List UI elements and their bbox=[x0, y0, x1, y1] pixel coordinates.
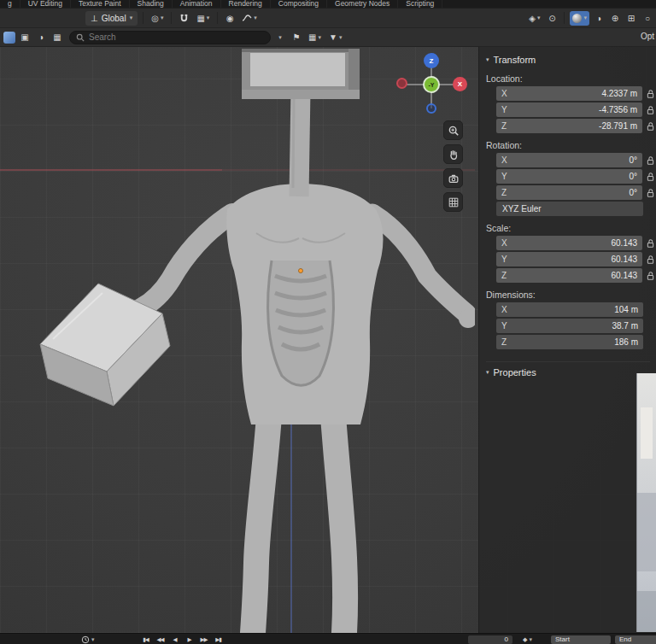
next-keyframe-button[interactable]: ▶▶ bbox=[197, 635, 210, 644]
sirenhead-model[interactable] bbox=[0, 47, 475, 633]
workspace-tab-shading[interactable]: Shading bbox=[130, 0, 173, 8]
proportional-falloff-dropdown[interactable]: ▾ bbox=[239, 11, 260, 26]
overlays-icon: ⊙ bbox=[548, 14, 555, 23]
reference-image-shadow bbox=[637, 493, 656, 571]
rotation-y-lock-button[interactable] bbox=[645, 171, 656, 182]
previous-keyframe-button[interactable]: ◀◀ bbox=[154, 635, 167, 644]
location-x-field[interactable]: X 4.2337 m bbox=[496, 86, 642, 101]
header-collapse-chevron[interactable]: ▾ bbox=[273, 30, 287, 44]
play-button[interactable]: ▶ bbox=[183, 635, 196, 644]
chevron-down-icon: ▾ bbox=[91, 636, 95, 643]
dimensions-z-field[interactable]: Z 186 m bbox=[496, 335, 643, 349]
gizmo-z-axis[interactable]: Z bbox=[424, 53, 439, 68]
mode-icon-b[interactable]: ◑ bbox=[34, 30, 48, 44]
gizmo-neg-x-axis[interactable] bbox=[396, 78, 407, 89]
workspace-tab-scripting[interactable]: Scripting bbox=[398, 0, 442, 8]
frame-start-field[interactable]: Start bbox=[551, 635, 611, 644]
show-gizmos-dropdown[interactable]: ◈ ▾ bbox=[526, 11, 542, 26]
scale-x-lock-button[interactable] bbox=[645, 237, 656, 249]
workspace-tab-animation[interactable]: Animation bbox=[173, 0, 221, 8]
scale-z-field[interactable]: Z 60.143 bbox=[496, 268, 642, 283]
pan-tool-button[interactable] bbox=[443, 144, 463, 164]
field-value: -4.7356 m bbox=[599, 105, 637, 114]
keying-set-button[interactable]: ◆ ▾ bbox=[523, 634, 532, 644]
unlock-icon bbox=[646, 89, 655, 98]
workspace-tab-compositing[interactable]: Compositing bbox=[271, 0, 327, 8]
current-frame-field[interactable]: 0 bbox=[468, 635, 512, 644]
rotation-mode-dropdown[interactable]: XYZ Euler bbox=[496, 202, 643, 216]
field-value: -28.791 m bbox=[599, 121, 637, 131]
scale-y-row: Y 60.143 bbox=[496, 252, 656, 266]
workspace-tab-sculpting-fragment[interactable]: g bbox=[0, 0, 20, 8]
search-input[interactable] bbox=[89, 32, 264, 42]
clock-icon bbox=[81, 635, 90, 644]
rotation-x-field[interactable]: X 0° bbox=[496, 153, 642, 167]
pivot-point-dropdown[interactable]: ◎ ▾ bbox=[149, 11, 166, 26]
dimensions-x-field[interactable]: X 104 m bbox=[496, 302, 643, 317]
rotation-y-field[interactable]: Y 0° bbox=[496, 169, 642, 184]
shading-solid-button[interactable]: ▾ bbox=[570, 11, 589, 26]
workspace-tab-texture-paint[interactable]: Texture Paint bbox=[71, 0, 130, 8]
camera-icon bbox=[448, 173, 460, 184]
jump-to-start-button[interactable]: ▮◀ bbox=[139, 635, 152, 644]
zoom-tool-button[interactable] bbox=[443, 120, 463, 140]
scale-y-lock-button[interactable] bbox=[645, 254, 656, 265]
chevron-down-icon: ▾ bbox=[207, 15, 210, 21]
annotation-flag-button[interactable]: ⚑ bbox=[290, 30, 303, 44]
frame-end-field[interactable]: End bbox=[615, 635, 656, 644]
proportional-editing-toggle[interactable]: ◉ bbox=[223, 11, 237, 26]
field-value: 4.2337 m bbox=[601, 89, 637, 98]
timeline-editor-type-button[interactable]: ▾ bbox=[81, 634, 95, 644]
rotation-z-lock-button[interactable] bbox=[645, 187, 656, 198]
toggle-grid-button[interactable] bbox=[443, 192, 463, 212]
transform-section-header[interactable]: ▾ Transform bbox=[486, 53, 656, 67]
dimensions-y-field[interactable]: Y 38.7 m bbox=[496, 319, 643, 333]
snapping-options-dropdown[interactable]: ▦ ▾ bbox=[194, 11, 212, 26]
jump-to-end-button[interactable]: ▶▮ bbox=[212, 635, 225, 644]
viewport-header: ▣ ◑ ▦ ▾ ⚑ ▦ ▾ ▼ ▾ Opt bbox=[0, 28, 656, 47]
location-x-row: X 4.2337 m bbox=[496, 86, 656, 101]
transform-orientation-dropdown[interactable]: ⊥ Global ▾ bbox=[85, 11, 138, 26]
scale-z-lock-button[interactable] bbox=[645, 270, 656, 281]
shading-rendered-button[interactable]: ⊕ bbox=[608, 11, 622, 26]
scale-y-field[interactable]: Y 60.143 bbox=[496, 252, 642, 266]
viewport-search-box[interactable] bbox=[69, 31, 271, 44]
axis-label: Z bbox=[501, 121, 513, 131]
camera-view-button[interactable] bbox=[443, 168, 463, 188]
rotation-z-field[interactable]: Z 0° bbox=[496, 185, 642, 200]
view-object-types-dropdown[interactable]: ▦ ▾ bbox=[306, 30, 324, 44]
location-z-field[interactable]: Z -28.791 m bbox=[496, 119, 642, 133]
workspace-tab-rendering[interactable]: Rendering bbox=[221, 0, 271, 8]
show-overlays-dropdown[interactable]: ⊙ bbox=[545, 11, 559, 26]
shading-material-button[interactable]: ◑ bbox=[592, 11, 606, 26]
scale-x-field[interactable]: X 60.143 bbox=[496, 236, 642, 250]
workspace-tab-uv-editing[interactable]: UV Editing bbox=[20, 0, 71, 8]
workspace-tab-geometry-nodes[interactable]: Geometry Nodes bbox=[327, 0, 398, 8]
location-y-lock-button[interactable] bbox=[645, 104, 656, 115]
mode-icon-c[interactable]: ▦ bbox=[50, 30, 64, 44]
navigation-gizmo[interactable]: Z X -Y bbox=[389, 47, 474, 124]
play-reverse-button[interactable]: ◀ bbox=[168, 635, 181, 644]
reference-image bbox=[636, 373, 656, 632]
options-button[interactable]: Opt bbox=[641, 32, 654, 41]
shading-wireframe-button[interactable]: ⊞ bbox=[624, 11, 638, 26]
frame-value: 0 bbox=[505, 635, 508, 643]
location-x-lock-button[interactable] bbox=[645, 88, 656, 99]
location-y-field[interactable]: Y -4.7356 m bbox=[496, 102, 642, 117]
divider bbox=[564, 12, 565, 24]
properties-section-header[interactable]: ▾ Properties bbox=[486, 361, 650, 375]
shading-extra-button[interactable]: ○ bbox=[641, 11, 654, 26]
rotation-x-lock-button[interactable] bbox=[645, 155, 656, 166]
gizmo-neg-z-axis[interactable] bbox=[426, 103, 436, 114]
gizmo-x-axis[interactable]: X bbox=[453, 77, 467, 91]
snap-toggle-button[interactable] bbox=[177, 11, 191, 26]
mode-icon-a[interactable]: ▣ bbox=[18, 30, 32, 44]
solid-shading-icon bbox=[572, 14, 582, 23]
filter-dropdown[interactable]: ▼ ▾ bbox=[326, 30, 344, 44]
field-value: 104 m bbox=[614, 305, 638, 314]
editor-type-icon[interactable] bbox=[3, 32, 15, 44]
location-z-lock-button[interactable] bbox=[645, 120, 656, 132]
axis-label: X bbox=[501, 305, 513, 314]
gizmo-neg-y-axis[interactable]: -Y bbox=[423, 76, 440, 93]
field-value: 60.143 bbox=[611, 255, 637, 264]
